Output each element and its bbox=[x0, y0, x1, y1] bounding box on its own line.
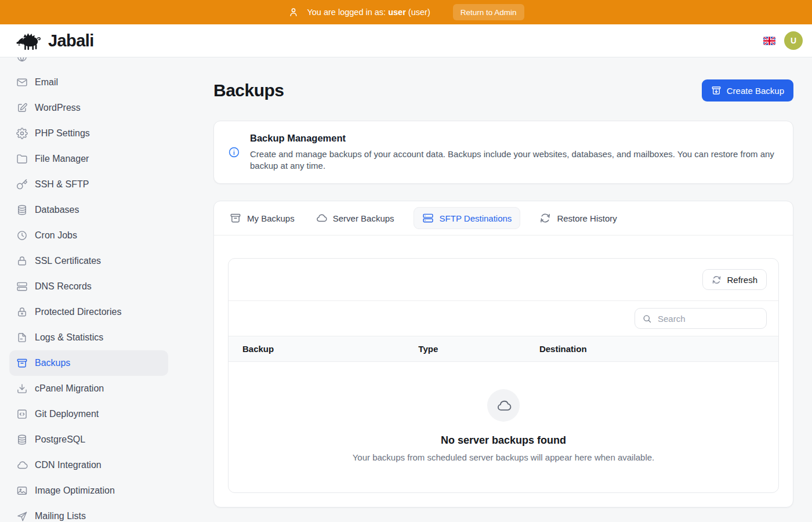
sidebar-item-label: CDN Integration bbox=[35, 460, 102, 470]
sidebar-item-label: Git Deployment bbox=[35, 409, 99, 419]
sidebar-item-label: SSH & SFTP bbox=[35, 179, 89, 190]
tab-server-backups[interactable]: Server Backups bbox=[314, 207, 396, 229]
sidebar-item-label: Protected Directories bbox=[35, 307, 121, 317]
search-icon bbox=[642, 314, 652, 324]
sidebar-item-label: Databases bbox=[35, 205, 79, 215]
sidebar-item-label: cPanel Migration bbox=[35, 383, 104, 394]
server-icon bbox=[16, 281, 28, 292]
database-icon bbox=[16, 204, 28, 216]
globe-icon bbox=[16, 57, 28, 63]
sidebar-item-cron-jobs[interactable]: Cron Jobs bbox=[9, 223, 168, 248]
download-icon bbox=[16, 383, 28, 394]
sidebar-item-label: Cron Jobs bbox=[35, 230, 77, 241]
sidebar-item-protected-directories[interactable]: Protected Directories bbox=[9, 299, 168, 325]
sidebar-item-mailing-lists[interactable]: Mailing Lists bbox=[9, 503, 168, 522]
edit-icon bbox=[16, 102, 28, 114]
tab-sftp-destinations[interactable]: SFTP Destinations bbox=[414, 207, 521, 229]
lock-icon bbox=[16, 255, 28, 267]
return-to-admin-button[interactable]: Return to Admin bbox=[453, 4, 524, 20]
sidebar-item-label: SSL Certificates bbox=[35, 256, 101, 266]
sidebar-item-label: DNS Records bbox=[35, 281, 92, 292]
image-icon bbox=[16, 485, 28, 496]
search-field[interactable] bbox=[657, 313, 759, 324]
sidebar-item-label: File Manager bbox=[35, 154, 89, 164]
archive-down-icon bbox=[711, 85, 722, 96]
code-icon bbox=[16, 408, 28, 420]
column-header-type: Type bbox=[404, 336, 525, 362]
login-message: You are logged in as: user (user) bbox=[307, 8, 430, 17]
cloud-icon bbox=[316, 212, 327, 224]
create-backup-label: Create Backup bbox=[727, 86, 784, 96]
sidebar-item-ssl-certificates[interactable]: SSL Certificates bbox=[9, 248, 168, 274]
login-role: (user) bbox=[408, 8, 430, 17]
info-card-title: Backup Management bbox=[250, 133, 779, 144]
empty-state-title: No server backups found bbox=[240, 434, 767, 447]
sidebar-item-label: PostgreSQL bbox=[35, 434, 85, 445]
sidebar-item-wordpress[interactable]: WordPress bbox=[9, 95, 168, 121]
boar-logo-icon bbox=[16, 31, 43, 50]
refresh-icon bbox=[539, 212, 551, 224]
sidebar-item-label: Image Optimization bbox=[35, 485, 115, 496]
user-avatar[interactable]: U bbox=[784, 31, 803, 50]
column-header-destination: Destination bbox=[525, 336, 778, 362]
tabs-bar: My BackupsServer BackupsSFTP Destination… bbox=[214, 201, 793, 235]
tab-label: Server Backups bbox=[333, 213, 394, 223]
sidebar-nav: EmailWordPressPHP SettingsFile ManagerSS… bbox=[0, 57, 177, 522]
refresh-button[interactable]: Refresh bbox=[702, 269, 767, 290]
tab-restore-history[interactable]: Restore History bbox=[538, 207, 618, 229]
sidebar-item-git-deployment[interactable]: Git Deployment bbox=[9, 401, 168, 427]
empty-state: No server backups found Your backups fro… bbox=[229, 362, 778, 492]
admin-topbar: You are logged in as: user (user) Return… bbox=[0, 0, 812, 24]
sidebar-item-label: Mailing Lists bbox=[35, 511, 86, 521]
sidebar-item-logs-statistics[interactable]: Logs & Statistics bbox=[9, 325, 168, 350]
tab-label: SFTP Destinations bbox=[440, 213, 512, 223]
postgresql-icon bbox=[16, 434, 28, 445]
sidebar-item-label: Email bbox=[35, 77, 58, 88]
mail-icon bbox=[16, 77, 28, 88]
server-stack-icon bbox=[422, 212, 434, 224]
create-backup-button[interactable]: Create Backup bbox=[702, 79, 793, 102]
cloud-icon bbox=[16, 459, 28, 471]
uk-flag-icon[interactable] bbox=[763, 37, 775, 45]
sidebar-item-ssh-sftp[interactable]: SSH & SFTP bbox=[9, 172, 168, 197]
main-content: Backups Create Backup Backup Management … bbox=[213, 57, 793, 522]
document-icon bbox=[16, 332, 28, 343]
refresh-icon bbox=[712, 275, 722, 285]
sidebar-item-email[interactable]: Email bbox=[9, 70, 168, 95]
sidebar-item-php-settings[interactable]: PHP Settings bbox=[9, 121, 168, 146]
archive-icon bbox=[230, 212, 241, 224]
sidebar-item-dns-records[interactable]: DNS Records bbox=[9, 274, 168, 299]
sidebar-item-backups[interactable]: Backups bbox=[9, 350, 168, 376]
sidebar-item-cdn-integration[interactable]: CDN Integration bbox=[9, 452, 168, 478]
sftp-destinations-card: Refresh Bac bbox=[228, 258, 779, 493]
info-card-body: Create and manage backups of your accoun… bbox=[250, 148, 779, 172]
empty-state-description: Your backups from scheduled server backu… bbox=[341, 452, 666, 463]
brand-name: Jabali bbox=[48, 31, 94, 50]
tab-my-backups[interactable]: My Backups bbox=[228, 207, 296, 229]
shield-lock-icon bbox=[16, 306, 28, 318]
refresh-label: Refresh bbox=[727, 275, 757, 285]
sidebar-item-image-optimization[interactable]: Image Optimization bbox=[9, 478, 168, 503]
backups-table: Backup Type Destination bbox=[229, 336, 778, 362]
user-icon bbox=[288, 6, 299, 18]
sidebar-item-databases[interactable]: Databases bbox=[9, 197, 168, 223]
tab-label: My Backups bbox=[247, 213, 295, 223]
sidebar-item-cpanel-migration[interactable]: cPanel Migration bbox=[9, 376, 168, 401]
backups-panel: My BackupsServer BackupsSFTP Destination… bbox=[213, 201, 793, 507]
sidebar-item-hidden[interactable] bbox=[9, 57, 168, 70]
sidebar-item-label: WordPress bbox=[35, 103, 81, 113]
info-icon bbox=[228, 146, 240, 158]
gear-icon bbox=[16, 128, 28, 139]
folder-icon bbox=[16, 153, 28, 165]
login-username: user bbox=[388, 8, 406, 17]
sidebar-item-file-manager[interactable]: File Manager bbox=[9, 146, 168, 172]
tab-label: Restore History bbox=[557, 213, 617, 223]
brand-logo[interactable]: Jabali bbox=[16, 31, 94, 50]
app-header: Jabali U bbox=[0, 24, 812, 57]
search-input[interactable] bbox=[635, 308, 767, 329]
info-card: Backup Management Create and manage back… bbox=[213, 121, 793, 184]
sidebar-item-label: Backups bbox=[35, 358, 70, 368]
clock-icon bbox=[16, 230, 28, 241]
sidebar-item-postgresql[interactable]: PostgreSQL bbox=[9, 427, 168, 452]
column-header-backup: Backup bbox=[229, 336, 404, 362]
